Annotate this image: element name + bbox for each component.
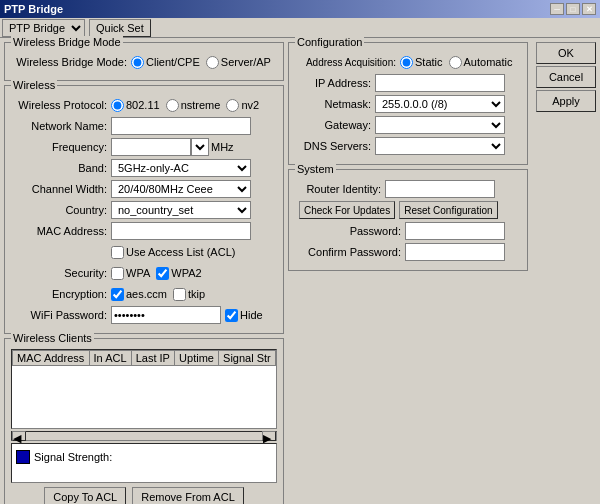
automatic-option[interactable]: Automatic — [449, 56, 513, 69]
netmask-select[interactable]: 255.0.0.0 (/8) — [375, 95, 505, 113]
frequency-row: Frequency: 5260 ▼ MHz — [11, 138, 277, 156]
wifi-password-row: WiFi Password: Hide — [11, 306, 277, 324]
static-label: Static — [415, 56, 443, 68]
mhz-label: MHz — [211, 141, 234, 153]
col-signal: Signal Str — [219, 351, 276, 366]
password-input[interactable] — [405, 222, 505, 240]
copy-to-acl-button[interactable]: Copy To ACL — [44, 487, 126, 504]
proto-nv2-radio[interactable] — [226, 99, 239, 112]
security-label: Security: — [11, 267, 111, 279]
reset-config-button[interactable]: Reset Configuration — [399, 201, 497, 219]
wireless-bridge-mode-group: Wireless Bridge Mode Wireless Bridge Mod… — [4, 42, 284, 81]
apply-button[interactable]: Apply — [536, 90, 596, 112]
wireless-bridge-mode-title: Wireless Bridge Mode — [11, 36, 123, 48]
band-select[interactable]: 5GHz-only-AC — [111, 159, 251, 177]
signal-strength-label: Signal Strength: — [34, 451, 112, 463]
aes-ccm-checkbox-label[interactable]: aes.ccm — [111, 288, 167, 301]
ip-address-input[interactable]: 192.168.88.1 — [375, 74, 505, 92]
gateway-row: Gateway: — [295, 116, 521, 134]
horizontal-scrollbar[interactable]: ◀ ▶ — [11, 431, 277, 441]
use-acl-checkbox-label[interactable]: Use Access List (ACL) — [111, 246, 235, 259]
mac-address-row: MAC Address: 00:00:00:00:00:00 — [11, 222, 277, 240]
minimize-button[interactable]: ─ — [550, 3, 564, 15]
router-identity-label: Router Identity: — [295, 183, 385, 195]
acquisition-radio-group: Static Automatic — [400, 56, 512, 69]
ptp-bridge-select[interactable]: PTP Bridge — [2, 19, 85, 37]
server-ap-radio[interactable] — [206, 56, 219, 69]
proto-80211-radio[interactable] — [111, 99, 124, 112]
aes-ccm-label: aes.ccm — [126, 288, 167, 300]
check-for-updates-button[interactable]: Check For Updates — [299, 201, 395, 219]
col-in-acl: In ACL — [89, 351, 131, 366]
wpa2-checkbox-label[interactable]: WPA2 — [156, 267, 201, 280]
cancel-button[interactable]: Cancel — [536, 66, 596, 88]
gateway-select[interactable] — [375, 116, 505, 134]
proto-nstreme-option[interactable]: nstreme — [166, 99, 221, 112]
automatic-radio[interactable] — [449, 56, 462, 69]
netmask-label: Netmask: — [295, 98, 375, 110]
proto-80211-label: 802.11 — [126, 99, 160, 111]
scroll-left-btn[interactable]: ◀ — [12, 431, 26, 441]
maximize-button[interactable]: □ — [566, 3, 580, 15]
network-name-row: Network Name: MikroTik — [11, 117, 277, 135]
proto-nstreme-radio[interactable] — [166, 99, 179, 112]
wpa-checkbox-label[interactable]: WPA — [111, 267, 150, 280]
protocol-row: Wireless Protocol: 802.11 nstreme nv2 — [11, 96, 277, 114]
signal-row: Signal Strength: — [12, 446, 276, 468]
menu-bar: PTP Bridge Quick Set — [0, 18, 600, 38]
netmask-row: Netmask: 255.0.0.0 (/8) — [295, 95, 521, 113]
confirm-password-input[interactable] — [405, 243, 505, 261]
band-row: Band: 5GHz-only-AC — [11, 159, 277, 177]
dns-servers-label: DNS Servers: — [295, 140, 375, 152]
router-identity-input[interactable]: MikroTik — [385, 180, 495, 198]
system-group: System Router Identity: MikroTik Check F… — [288, 169, 528, 271]
aes-ccm-checkbox[interactable] — [111, 288, 124, 301]
dns-servers-select[interactable] — [375, 137, 505, 155]
static-option[interactable]: Static — [400, 56, 443, 69]
router-identity-row: Router Identity: MikroTik — [295, 180, 521, 198]
frequency-input[interactable]: 5260 — [111, 138, 191, 156]
protocol-label: Wireless Protocol: — [11, 99, 111, 111]
channel-width-select[interactable]: 20/40/80MHz Ceee — [111, 180, 251, 198]
hide-checkbox-label[interactable]: Hide — [225, 309, 263, 322]
tkip-checkbox-label[interactable]: tkip — [173, 288, 205, 301]
network-name-input[interactable]: MikroTik — [111, 117, 251, 135]
proto-nv2-label: nv2 — [241, 99, 259, 111]
gateway-label: Gateway: — [295, 119, 375, 131]
wireless-title: Wireless — [11, 79, 57, 91]
server-ap-option[interactable]: Server/AP — [206, 56, 271, 69]
wifi-password-input[interactable] — [111, 306, 221, 324]
remove-from-acl-button[interactable]: Remove From ACL — [132, 487, 244, 504]
static-radio[interactable] — [400, 56, 413, 69]
proto-nv2-option[interactable]: nv2 — [226, 99, 259, 112]
window-controls: ─ □ ✕ — [550, 3, 596, 15]
quick-set-button[interactable]: Quick Set — [89, 19, 151, 37]
configuration-title: Configuration — [295, 36, 364, 48]
col-uptime: Uptime — [175, 351, 219, 366]
dns-servers-row: DNS Servers: — [295, 137, 521, 155]
hide-checkbox[interactable] — [225, 309, 238, 322]
clients-table-container[interactable]: MAC Address In ACL Last IP Uptime Signal… — [11, 349, 277, 429]
close-button[interactable]: ✕ — [582, 3, 596, 15]
col-last-ip: Last IP — [131, 351, 174, 366]
proto-80211-option[interactable]: 802.11 — [111, 99, 160, 112]
ok-button[interactable]: OK — [536, 42, 596, 64]
bottom-buttons: Copy To ACL Remove From ACL — [11, 487, 277, 504]
channel-width-row: Channel Width: 20/40/80MHz Ceee — [11, 180, 277, 198]
client-cpe-option[interactable]: Client/CPE — [131, 56, 200, 69]
client-cpe-radio[interactable] — [131, 56, 144, 69]
country-select[interactable]: no_country_set — [111, 201, 251, 219]
address-acquisition-row: Address Acquisition: Static Automatic — [295, 53, 521, 71]
signal-color-box — [16, 450, 30, 464]
frequency-select[interactable]: ▼ — [191, 138, 209, 156]
scroll-right-btn[interactable]: ▶ — [262, 431, 276, 441]
wpa2-checkbox[interactable] — [156, 267, 169, 280]
wpa2-label: WPA2 — [171, 267, 201, 279]
col-mac: MAC Address — [13, 351, 90, 366]
system-title: System — [295, 163, 336, 175]
mac-address-input[interactable]: 00:00:00:00:00:00 — [111, 222, 251, 240]
wireless-group: Wireless Wireless Protocol: 802.11 nstre… — [4, 85, 284, 334]
wpa-checkbox[interactable] — [111, 267, 124, 280]
tkip-checkbox[interactable] — [173, 288, 186, 301]
use-acl-checkbox[interactable] — [111, 246, 124, 259]
